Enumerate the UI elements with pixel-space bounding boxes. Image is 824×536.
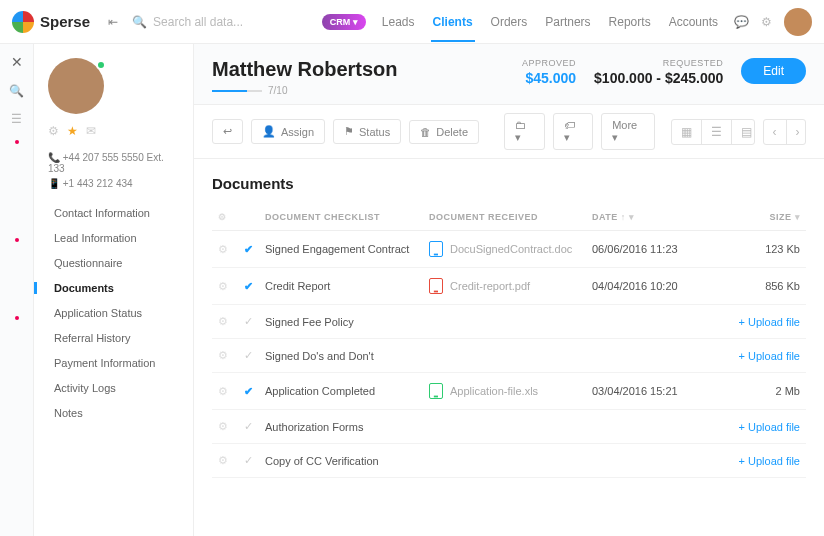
view-calendar-icon[interactable]: ▤ — [732, 120, 755, 144]
table-row[interactable]: ⚙✔Credit Report▂Credit-report.pdf04/04/2… — [212, 268, 806, 305]
tag-button[interactable]: 🏷 ▾ — [553, 113, 593, 150]
check-icon: ✓ — [244, 454, 253, 466]
edit-button[interactable]: Edit — [741, 58, 806, 84]
status-button[interactable]: ⚑Status — [333, 119, 401, 144]
row-gear-icon[interactable]: ⚙ — [218, 315, 228, 327]
settings-icon[interactable]: ⚙ — [761, 15, 772, 29]
row-gear-icon[interactable]: ⚙ — [218, 349, 228, 361]
close-icon[interactable]: ✕ — [11, 54, 23, 70]
sidebar-item-documents[interactable]: Documents — [34, 282, 183, 294]
table-row[interactable]: ⚙✔Application Completed▂Application-file… — [212, 373, 806, 410]
nav-leads[interactable]: Leads — [380, 3, 417, 41]
nav-partners[interactable]: Partners — [543, 3, 592, 41]
mail-icon[interactable]: ✉ — [86, 124, 96, 138]
col-size[interactable]: SIZE▾ — [716, 204, 806, 231]
file-date: 06/06/2016 11:23 — [586, 231, 716, 268]
file-name: Application-file.xls — [450, 385, 538, 397]
row-gear-icon[interactable]: ⚙ — [218, 385, 228, 397]
sidebar-item-referral-history[interactable]: Referral History — [48, 332, 183, 344]
file-date — [586, 410, 716, 444]
filter-icon: ▾ — [629, 212, 635, 222]
sidebar-item-questionnaire[interactable]: Questionnaire — [48, 257, 183, 269]
file-date — [586, 305, 716, 339]
document-file[interactable]: ▂Credit-report.pdf — [429, 278, 580, 294]
sidebar-item-activity-logs[interactable]: Activity Logs — [48, 382, 183, 394]
checklist-name: Signed Fee Policy — [259, 305, 423, 339]
rail-indicator-icon — [15, 238, 19, 242]
assign-button[interactable]: 👤Assign — [251, 119, 325, 144]
file-name: DocuSignedContract.doc — [450, 243, 572, 255]
favorite-gear-icon[interactable]: ⚙ — [48, 124, 59, 138]
upload-file-link[interactable]: + Upload file — [739, 316, 800, 328]
user-avatar[interactable] — [784, 8, 812, 36]
rail-filter-icon[interactable]: ☰ — [11, 112, 22, 126]
file-date — [586, 339, 716, 373]
file-size: 856 Kb — [765, 280, 800, 292]
delete-button[interactable]: 🗑Delete — [409, 120, 479, 144]
search-icon: 🔍 — [132, 15, 147, 29]
gear-icon: ⚙ — [218, 212, 227, 222]
check-icon: ✔ — [244, 385, 253, 397]
crm-pill[interactable]: CRM ▾ — [322, 14, 366, 30]
table-row[interactable]: ⚙✓Signed Fee Policy+ Upload file — [212, 305, 806, 339]
requested-label: REQUESTED — [594, 58, 723, 68]
file-date — [586, 444, 716, 478]
document-file[interactable]: ▂Application-file.xls — [429, 383, 580, 399]
file-date: 04/04/2016 10:20 — [586, 268, 716, 305]
progress-text: 7/10 — [268, 85, 287, 96]
phone-secondary: 📱 +1 443 212 434 — [48, 178, 183, 189]
action-toolbar: ↩ 👤Assign ⚑Status 🗑Delete 🗀 ▾ 🏷 ▾ More ▾… — [194, 104, 824, 159]
file-icon: ▂ — [429, 278, 443, 294]
rail-search-icon[interactable]: 🔍 — [9, 84, 24, 98]
client-header: Matthew Robertson 7/10 APPROVED $45.000 … — [194, 44, 824, 104]
nav-orders[interactable]: Orders — [489, 3, 530, 41]
sidebar-item-contact-information[interactable]: Contact Information — [48, 207, 183, 219]
sidebar-item-notes[interactable]: Notes — [48, 407, 183, 419]
star-icon[interactable]: ★ — [67, 124, 78, 138]
chat-icon[interactable]: 💬 — [734, 15, 749, 29]
sidebar-item-lead-information[interactable]: Lead Information — [48, 232, 183, 244]
nav-accounts[interactable]: Accounts — [667, 3, 720, 41]
table-row[interactable]: ⚙✓Authorization Forms+ Upload file — [212, 410, 806, 444]
table-row[interactable]: ⚙✔Signed Engagement Contract▂DocuSignedC… — [212, 231, 806, 268]
checklist-name: Credit Report — [259, 268, 423, 305]
nav-reports[interactable]: Reports — [607, 3, 653, 41]
col-date[interactable]: DATE↑▾ — [586, 204, 716, 231]
client-name: Matthew Robertson — [212, 58, 504, 81]
folder-button[interactable]: 🗀 ▾ — [504, 113, 544, 150]
checklist-name: Signed Engagement Contract — [259, 231, 423, 268]
document-file[interactable]: ▂DocuSignedContract.doc — [429, 241, 580, 257]
more-button[interactable]: More ▾ — [601, 113, 654, 150]
check-icon: ✔ — [244, 243, 253, 255]
table-row[interactable]: ⚙✓Copy of CC Verification+ Upload file — [212, 444, 806, 478]
table-row[interactable]: ⚙✓Signed Do's and Don't+ Upload file — [212, 339, 806, 373]
upload-file-link[interactable]: + Upload file — [739, 421, 800, 433]
row-gear-icon[interactable]: ⚙ — [218, 280, 228, 292]
back-button[interactable]: ↩ — [212, 119, 243, 144]
brand-logo[interactable]: Sperse — [12, 11, 90, 33]
checklist-name: Application Completed — [259, 373, 423, 410]
nav-clients[interactable]: Clients — [431, 3, 475, 41]
client-avatar[interactable] — [48, 58, 104, 114]
row-gear-icon[interactable]: ⚙ — [218, 454, 228, 466]
top-nav: CRM ▾ Leads Clients Orders Partners Repo… — [322, 3, 720, 41]
sidebar-item-application-status[interactable]: Application Status — [48, 307, 183, 319]
col-checklist[interactable]: DOCUMENT CHECKLIST — [259, 204, 423, 231]
view-filter-icon[interactable]: ☰ — [702, 120, 732, 144]
search-input[interactable] — [153, 15, 313, 29]
next-button[interactable]: › — [787, 120, 806, 144]
upload-file-link[interactable]: + Upload file — [739, 350, 800, 362]
row-gear-icon[interactable]: ⚙ — [218, 243, 228, 255]
check-icon: ✓ — [244, 315, 253, 327]
check-icon: ✔ — [244, 280, 253, 292]
prev-button[interactable]: ‹ — [764, 120, 787, 144]
view-grid-icon[interactable]: ▦ — [672, 120, 702, 144]
file-date: 03/04/2016 15:21 — [586, 373, 716, 410]
checklist-name: Authorization Forms — [259, 410, 423, 444]
row-gear-icon[interactable]: ⚙ — [218, 420, 228, 432]
col-received[interactable]: DOCUMENT RECEIVED — [423, 204, 586, 231]
sidebar-item-payment-information[interactable]: Payment Information — [48, 357, 183, 369]
upload-file-link[interactable]: + Upload file — [739, 455, 800, 467]
collapse-menu-icon[interactable]: ⇤ — [108, 15, 118, 29]
global-search[interactable]: 🔍 — [132, 15, 322, 29]
